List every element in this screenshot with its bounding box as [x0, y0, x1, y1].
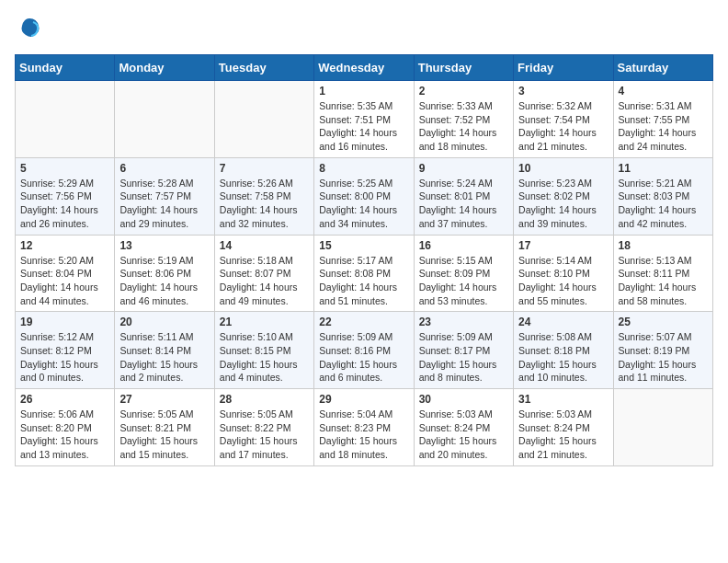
day-number: 30: [419, 393, 508, 406]
day-info-line: and 29 minutes.: [119, 218, 188, 229]
day-info-line: Sunrise: 5:32 AM: [518, 100, 592, 111]
day-info-line: and 8 minutes.: [419, 372, 483, 383]
day-number: 26: [20, 393, 109, 406]
calendar-cell: 28Sunrise: 5:05 AMSunset: 8:22 PMDayligh…: [214, 389, 313, 466]
day-info-line: Daylight: 15 hours: [119, 359, 198, 370]
day-number: 31: [518, 393, 608, 406]
day-info-line: Daylight: 14 hours: [419, 282, 497, 293]
day-info-line: Sunrise: 5:13 AM: [619, 255, 692, 266]
calendar-cell: 19Sunrise: 5:12 AMSunset: 8:12 PMDayligh…: [16, 312, 115, 389]
day-info-line: Sunset: 8:24 PM: [518, 422, 590, 433]
day-info-line: Daylight: 15 hours: [20, 359, 98, 370]
day-number: 8: [319, 162, 408, 175]
day-number: 6: [119, 162, 209, 175]
calendar-week-4: 19Sunrise: 5:12 AMSunset: 8:12 PMDayligh…: [16, 312, 713, 389]
day-info-line: and 55 minutes.: [518, 295, 587, 306]
day-info-line: and 13 minutes.: [20, 449, 89, 460]
day-info-line: Sunrise: 5:10 AM: [220, 331, 293, 342]
day-info-line: and 4 minutes.: [220, 372, 283, 383]
day-info-line: and 21 minutes.: [518, 141, 587, 152]
day-info-line: Sunset: 8:18 PM: [518, 345, 590, 356]
day-number: 17: [518, 239, 608, 252]
day-number: 5: [20, 162, 109, 175]
day-number: 20: [119, 316, 209, 328]
day-info-line: Sunrise: 5:03 AM: [419, 408, 493, 419]
day-info: Sunrise: 5:05 AMSunset: 8:21 PMDaylight:…: [119, 408, 209, 462]
day-info: Sunrise: 5:20 AMSunset: 8:04 PMDaylight:…: [20, 254, 109, 308]
day-info: Sunrise: 5:15 AMSunset: 8:09 PMDaylight:…: [419, 254, 508, 308]
day-info-line: and 18 minutes.: [419, 141, 488, 152]
day-info: Sunrise: 5:03 AMSunset: 8:24 PMDaylight:…: [518, 408, 608, 462]
day-info-line: Sunset: 8:07 PM: [220, 268, 291, 279]
day-info-line: Daylight: 14 hours: [319, 282, 397, 293]
calendar-cell: 23Sunrise: 5:09 AMSunset: 8:17 PMDayligh…: [414, 312, 513, 389]
logo: [15, 15, 42, 45]
day-number: 28: [220, 393, 309, 406]
day-info-line: Sunset: 8:01 PM: [419, 190, 491, 201]
calendar-table: SundayMondayTuesdayWednesdayThursdayFrid…: [15, 54, 713, 466]
weekday-header-friday: Friday: [514, 55, 613, 81]
day-info-line: Daylight: 14 hours: [20, 282, 98, 293]
day-info-line: and 46 minutes.: [119, 295, 188, 306]
day-info-line: Sunrise: 5:23 AM: [518, 178, 592, 189]
weekday-header-thursday: Thursday: [414, 55, 513, 81]
calendar-cell: 16Sunrise: 5:15 AMSunset: 8:09 PMDayligh…: [414, 235, 513, 312]
day-info-line: Daylight: 14 hours: [619, 282, 697, 293]
day-info-line: Sunset: 8:21 PM: [119, 422, 191, 433]
calendar-week-1: 1Sunrise: 5:35 AMSunset: 7:51 PMDaylight…: [16, 81, 713, 158]
calendar-cell: 25Sunrise: 5:07 AMSunset: 8:19 PMDayligh…: [613, 312, 712, 389]
day-info-line: Daylight: 15 hours: [518, 359, 597, 370]
day-info-line: and 17 minutes.: [220, 449, 289, 460]
day-number: 13: [119, 239, 209, 252]
calendar-cell: 12Sunrise: 5:20 AMSunset: 8:04 PMDayligh…: [16, 235, 115, 312]
calendar-week-5: 26Sunrise: 5:06 AMSunset: 8:20 PMDayligh…: [16, 389, 713, 466]
day-info: Sunrise: 5:12 AMSunset: 8:12 PMDaylight:…: [20, 330, 109, 385]
day-info-line: Sunset: 8:04 PM: [20, 268, 92, 279]
day-info-line: Daylight: 14 hours: [518, 127, 597, 138]
day-info-line: Daylight: 14 hours: [619, 127, 697, 138]
day-info-line: Sunset: 7:55 PM: [619, 114, 690, 125]
calendar-cell: 6Sunrise: 5:28 AMSunset: 7:57 PMDaylight…: [115, 157, 214, 235]
day-number: 11: [619, 162, 708, 175]
day-info-line: Daylight: 14 hours: [619, 204, 697, 215]
weekday-header-saturday: Saturday: [613, 55, 712, 81]
calendar-cell: 20Sunrise: 5:11 AMSunset: 8:14 PMDayligh…: [115, 312, 214, 389]
day-info-line: Daylight: 14 hours: [119, 204, 198, 215]
day-info-line: Sunset: 8:19 PM: [619, 345, 690, 356]
day-info-line: Sunset: 8:15 PM: [220, 345, 291, 356]
day-info-line: Sunset: 8:06 PM: [119, 268, 191, 279]
day-info: Sunrise: 5:21 AMSunset: 8:03 PMDaylight:…: [619, 177, 708, 231]
day-info-line: Sunrise: 5:15 AM: [419, 255, 493, 266]
day-info-line: Sunrise: 5:21 AM: [619, 178, 692, 189]
day-info-line: and 16 minutes.: [319, 141, 388, 152]
day-info-line: and 51 minutes.: [319, 295, 388, 306]
day-info-line: Daylight: 15 hours: [220, 359, 298, 370]
day-info-line: Sunset: 8:12 PM: [20, 345, 92, 356]
day-info: Sunrise: 5:29 AMSunset: 7:56 PMDaylight:…: [20, 177, 109, 231]
day-info-line: Sunrise: 5:11 AM: [119, 331, 193, 342]
calendar-cell: 30Sunrise: 5:03 AMSunset: 8:24 PMDayligh…: [414, 389, 513, 466]
day-info-line: Daylight: 14 hours: [518, 282, 597, 293]
day-info-line: Sunset: 8:17 PM: [419, 345, 491, 356]
day-info-line: Daylight: 14 hours: [319, 204, 397, 215]
weekday-header-tuesday: Tuesday: [214, 55, 313, 81]
day-info-line: Daylight: 15 hours: [20, 435, 98, 446]
day-info-line: Sunrise: 5:05 AM: [119, 408, 193, 419]
calendar-cell: [214, 81, 313, 158]
day-info-line: and 6 minutes.: [319, 372, 382, 383]
day-info: Sunrise: 5:03 AMSunset: 8:24 PMDaylight:…: [419, 408, 508, 462]
day-info-line: and 10 minutes.: [518, 372, 587, 383]
day-info: Sunrise: 5:35 AMSunset: 7:51 PMDaylight:…: [319, 99, 408, 154]
day-info-line: Sunrise: 5:28 AM: [119, 178, 193, 189]
day-info-line: and 34 minutes.: [319, 218, 388, 229]
page-header: [15, 15, 713, 45]
day-info-line: Daylight: 14 hours: [220, 204, 298, 215]
weekday-header-wednesday: Wednesday: [314, 55, 414, 81]
day-number: 7: [220, 162, 309, 175]
day-info-line: Sunrise: 5:12 AM: [20, 331, 94, 342]
day-info-line: Sunrise: 5:18 AM: [220, 255, 293, 266]
day-number: 1: [319, 85, 408, 98]
calendar-cell: 26Sunrise: 5:06 AMSunset: 8:20 PMDayligh…: [16, 389, 115, 466]
day-info-line: Sunrise: 5:05 AM: [220, 408, 293, 419]
day-number: 25: [619, 316, 708, 328]
